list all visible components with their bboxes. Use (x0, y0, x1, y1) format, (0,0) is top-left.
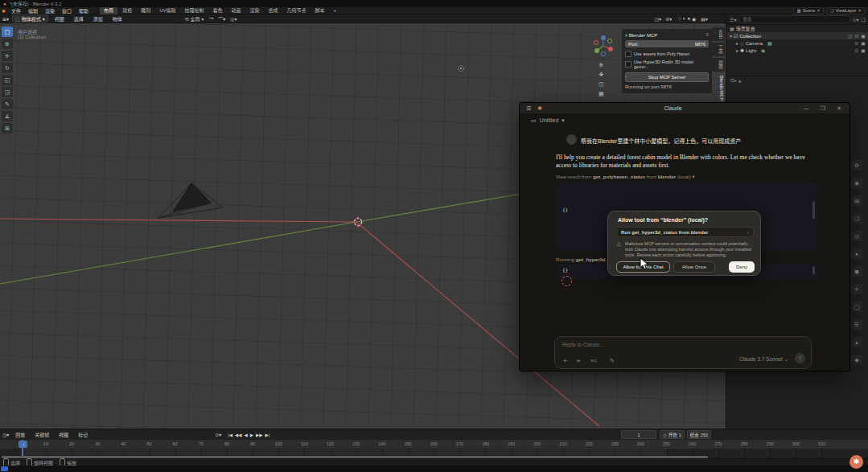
overlays-dropdown[interactable]: ⊘▾ (665, 16, 672, 22)
stop-mcp-server-button[interactable]: Stop MCP Server (625, 72, 709, 82)
scene-selector[interactable]: ▦ Scene ✕ (793, 7, 823, 14)
menu-edit[interactable]: 编辑 (25, 7, 41, 14)
mode-selector[interactable]: ▢ 物体模式 ▾ (12, 14, 48, 23)
disable-render-icon[interactable]: ▣ (861, 47, 866, 53)
workspace-tab-animation[interactable]: 动画 (228, 7, 245, 14)
claude-tray-icon[interactable]: ✱ (849, 455, 863, 469)
timeline-menu-keying[interactable]: 关键帧 (31, 431, 52, 438)
filter-icon[interactable]: ▽▾ (853, 17, 859, 23)
send-button[interactable]: ↑ (795, 353, 805, 363)
expand-arrow-icon[interactable]: ▸ (736, 47, 738, 53)
outliner-row-collection[interactable]: ▾ ☑ Collection ◫ ⊙ ▣ (726, 32, 868, 39)
frame-end-field[interactable]: 结束 250 (687, 430, 711, 439)
model-selector[interactable]: Claude 3.7 Sonnet ⌄ (739, 356, 788, 363)
outliner-row-light[interactable]: ▸ ✱ Light ◉ ⊙ ▣ (726, 47, 868, 54)
disable-render-icon[interactable]: ▣ (861, 33, 866, 39)
tab-constraints[interactable]: ☰ (851, 319, 862, 330)
workspace-tab-shading[interactable]: 着色 (209, 7, 227, 14)
workspace-tab-modeling[interactable]: 建模 (118, 7, 136, 14)
edit-pen-icon[interactable]: ✎ (610, 358, 615, 364)
viewlayer-selector[interactable]: ❏ ViewLayer ✕ (827, 7, 865, 14)
jump-start-button[interactable]: |◀ (228, 433, 232, 437)
pivot-point-dropdown[interactable]: ⌾▾ (208, 16, 213, 22)
taskbar-app-icon[interactable] (1, 466, 8, 471)
menu-window[interactable]: 窗口 (59, 7, 75, 14)
hide-eye-icon[interactable]: ⊙ (854, 47, 858, 53)
tool-measure[interactable]: ∡ (2, 111, 13, 121)
current-frame-field[interactable]: 1 (621, 430, 656, 439)
proportional-edit-icon[interactable]: ◎▾ (230, 16, 237, 22)
prev-keyframe-button[interactable]: ◀◀ (235, 433, 241, 437)
hide-eye-icon[interactable]: ⊙ (854, 40, 858, 46)
tab-world[interactable]: ● (851, 248, 862, 259)
prev-frame-button[interactable]: ◀ (245, 433, 248, 437)
viewport-menu-object[interactable]: 物体 (109, 15, 125, 23)
tab-physics[interactable]: ◯ (851, 302, 862, 312)
exclude-checkbox-icon[interactable]: ◫ (848, 33, 853, 39)
workspace-tab-uv[interactable]: UV编辑 (155, 7, 179, 14)
conversation-header[interactable]: ▭ Untitled ▾ (520, 113, 849, 127)
viewport-menu-view[interactable]: 视图 (51, 15, 68, 23)
tool-scale[interactable]: ◱ (2, 75, 13, 85)
workspace-tab-scripting[interactable]: 脚本 (311, 7, 329, 14)
tab-viewlayer[interactable]: ❏ (851, 213, 862, 224)
play-button[interactable]: ▶ (250, 433, 253, 437)
menu-hamburger-icon[interactable]: ☰ (526, 105, 531, 112)
reply-input[interactable] (562, 342, 723, 347)
timeline-menu-view[interactable]: 视图 (56, 431, 72, 438)
tool-rotate[interactable]: ↻ (2, 63, 13, 73)
tab-tool[interactable]: ⚙ (851, 160, 862, 170)
reply-input-box[interactable]: ＋ ≑ »⌗ ✎ Claude 3.7 Sonnet ⌄ ↑ (554, 336, 812, 369)
code-scrollbar[interactable] (812, 266, 815, 274)
menu-help[interactable]: 帮助 (76, 7, 92, 14)
keying-set-dropdown[interactable]: ⊙▾ (215, 432, 221, 437)
tool-transform[interactable]: ◲ (2, 87, 13, 97)
tool-move[interactable]: ✛ (2, 51, 13, 61)
outliner-row-scene-collection[interactable]: ▦ 场景集合 (726, 25, 868, 32)
close-icon[interactable]: ✕ (837, 105, 841, 112)
tab-render[interactable]: ◉ (851, 178, 862, 188)
tab-object[interactable]: ◼ (851, 266, 862, 277)
workspace-tab-layout[interactable]: 布局 (100, 7, 117, 14)
claude-titlebar[interactable]: ☰ ✱ Claude — ❐ ✕ (520, 103, 849, 113)
settings-sliders-icon[interactable]: ≑ (576, 358, 581, 364)
disable-render-icon[interactable]: ▣ (861, 40, 866, 46)
outliner-row-camera[interactable]: ▸ ◇ Camera ▦ ⊙ ▣ (726, 39, 868, 47)
sidebar-tab-item[interactable]: 条目 (712, 27, 725, 41)
allow-once-button[interactable]: Allow Once (673, 261, 715, 273)
next-frame-button[interactable]: ▶▶ (256, 433, 262, 437)
jump-end-button[interactable]: ▶| (265, 433, 269, 437)
camera-view-icon[interactable]: ◫ (599, 81, 604, 88)
sidebar-tab-blendermcp[interactable]: BlenderMCP (712, 73, 725, 103)
panel-grip-icon[interactable]: ≡ (706, 32, 709, 37)
workspace-tab-sculpt[interactable]: 雕刻 (137, 7, 154, 14)
viewport-menu-add[interactable]: 添加 (90, 15, 106, 23)
code-scrollbar[interactable] (812, 201, 815, 219)
tool-select-box[interactable]: ▢ (2, 27, 13, 37)
attach-plus-icon[interactable]: ＋ (562, 356, 568, 364)
shading-options-dropdown[interactable]: ▤▾ (701, 16, 708, 22)
polyhaven-checkbox[interactable] (625, 51, 631, 57)
editor-type-icon[interactable]: ⊞▾ (2, 16, 9, 22)
workspace-tab-compositing[interactable]: 合成 (265, 7, 282, 14)
tab-output[interactable]: ▤ (851, 195, 862, 206)
shading-material-icon[interactable]: ● (687, 16, 690, 21)
timeline-editor-icon[interactable]: ◷▾ (2, 432, 9, 437)
snap-magnet-icon[interactable]: ⌒▾ (218, 15, 225, 23)
sidebar-tab-view[interactable]: 视图 (712, 58, 725, 72)
hyper3d-checkbox[interactable] (625, 61, 631, 68)
dialog-tool-row[interactable]: Run get_hyper3d_status from blender › (616, 227, 754, 237)
expand-arrow-icon[interactable]: ▸ (736, 40, 738, 46)
tool-add-cube[interactable]: ⊞ (2, 123, 13, 133)
workspace-tab-texture[interactable]: 纹理绘制 (181, 7, 208, 14)
sidebar-tab-tool[interactable]: 工具 (712, 43, 725, 56)
tools-icon[interactable]: »⌗ (590, 358, 597, 364)
properties-editor-icon[interactable]: ⛭▾ (730, 78, 737, 84)
tool-annotate[interactable]: ✎ (2, 99, 13, 109)
tab-data[interactable]: ▲ (851, 337, 862, 347)
collection-checkbox[interactable]: ☑ (734, 33, 738, 39)
zoom-tool-icon[interactable]: ⊕ (599, 62, 604, 68)
workspace-tab-rendertab[interactable]: 渲染 (246, 7, 264, 14)
close-icon[interactable]: ✕ (858, 8, 862, 13)
tool-result-line[interactable]: View result from get_polyhaven_status fr… (556, 174, 695, 179)
